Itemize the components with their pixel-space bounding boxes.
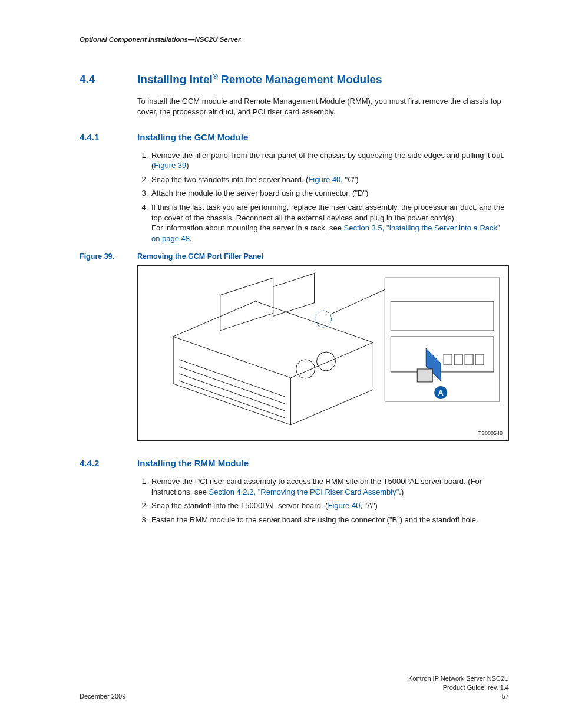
figure-39-image: A TS000548 bbox=[137, 265, 509, 441]
section-heading-4-4: 4.4 Installing Intel® Remote Management … bbox=[80, 72, 509, 87]
step-item: Snap the two standoffs into the server b… bbox=[150, 174, 509, 185]
footer-date: December 2009 bbox=[80, 692, 125, 701]
figure-title: Removing the GCM Port Filler Panel bbox=[137, 252, 263, 262]
footer-doc-rev: Product Guide, rev. 1.4 bbox=[408, 683, 509, 692]
running-header: Optional Component Installations—NSC2U S… bbox=[80, 35, 509, 45]
xref-figure-40[interactable]: Figure 40 bbox=[328, 501, 360, 510]
subsection-heading-4-4-2: 4.4.2 Installing the RMM Module bbox=[80, 457, 509, 469]
server-chassis-illustration: A bbox=[138, 266, 508, 440]
step-item: Attach the module to the server board us… bbox=[150, 188, 509, 199]
callout-a-label: A bbox=[438, 388, 444, 397]
figure-caption: Figure 39. Removing the GCM Port Filler … bbox=[80, 252, 509, 262]
footer-page-number: 57 bbox=[408, 692, 509, 701]
footer-doc-name: Kontron IP Network Server NSC2U bbox=[408, 674, 509, 683]
section-title: Installing Intel® Remote Management Modu… bbox=[137, 72, 382, 87]
xref-figure-40[interactable]: Figure 40 bbox=[308, 175, 340, 184]
step-item: Remove the filler panel from the rear pa… bbox=[150, 150, 509, 171]
section-intro: To install the GCM module and Remote Man… bbox=[137, 96, 509, 117]
xref-section-4-2-2[interactable]: Section 4.2.2, "Removing the PCI Riser C… bbox=[209, 487, 399, 496]
svg-rect-0 bbox=[220, 278, 273, 331]
step-item: Snap the standoff into the T5000PAL serv… bbox=[150, 500, 509, 511]
rmm-steps-list: Remove the PCI riser card assembly to ac… bbox=[137, 476, 509, 525]
figure-id: TS000548 bbox=[478, 430, 503, 437]
subsection-title: Installing the GCM Module bbox=[137, 131, 248, 143]
step-item: Fasten the RMM module to the server boar… bbox=[150, 515, 509, 525]
figure-label: Figure 39. bbox=[80, 252, 137, 262]
step-item: If this is the last task you are perform… bbox=[150, 202, 509, 243]
page-footer: December 2009 Kontron IP Network Server … bbox=[80, 674, 509, 701]
subsection-number: 4.4.1 bbox=[80, 131, 137, 143]
subsection-number: 4.4.2 bbox=[80, 457, 137, 469]
svg-rect-10 bbox=[417, 369, 432, 382]
gcm-steps-list: Remove the filler panel from the rear pa… bbox=[137, 150, 509, 243]
subsection-heading-4-4-1: 4.4.1 Installing the GCM Module bbox=[80, 131, 509, 143]
svg-rect-5 bbox=[385, 278, 500, 401]
step-item: Remove the PCI riser card assembly to ac… bbox=[150, 476, 509, 497]
section-number: 4.4 bbox=[80, 72, 137, 87]
svg-point-3 bbox=[317, 352, 336, 371]
subsection-title: Installing the RMM Module bbox=[137, 457, 249, 469]
registered-mark: ® bbox=[213, 73, 218, 81]
xref-figure-39[interactable]: Figure 39 bbox=[154, 161, 186, 170]
